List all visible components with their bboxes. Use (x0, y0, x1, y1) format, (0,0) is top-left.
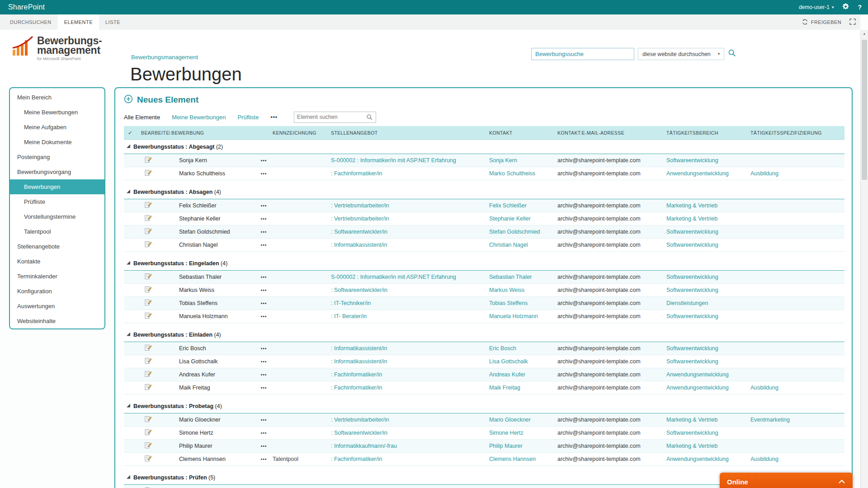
stellenangebot-link[interactable]: : Softwareentwickler/in (331, 287, 387, 293)
sidebar-item-websiteinhalte[interactable]: Websiteinhalte (10, 314, 104, 328)
sidebar-item-bewerbungen[interactable]: Bewerbungen (10, 179, 104, 194)
new-item-button[interactable]: Neues Element (124, 92, 198, 108)
table-row[interactable]: Christian Nagel•••: Informatikassistent/… (124, 239, 844, 252)
kontakt-link[interactable]: Markus Weiss (489, 287, 524, 293)
table-row[interactable]: Tobias Steffens•••: IT-Techniker/inTobia… (124, 297, 844, 310)
stellenangebot-link[interactable]: : Informatikassistent/in (331, 358, 387, 365)
group-header-eingeladen[interactable]: Bewerbungsstatus : Eingeladen (4) (124, 256, 844, 271)
sharepoint-brand[interactable]: SharePoint (8, 3, 45, 11)
kontakt-link[interactable]: Maik Freitag (489, 385, 520, 391)
stellenangebot-link[interactable]: : Informatikassistent/in (331, 242, 387, 248)
stellenangebot-link[interactable]: : Softwareentwickler/in (331, 229, 387, 235)
kontakt-link[interactable]: Stefan Goldschmied (489, 229, 540, 235)
kontakt-link[interactable]: Manuela Holzmann (489, 313, 538, 319)
help-button[interactable]: ? (858, 4, 862, 11)
table-row[interactable]: Andreas Kufer•••: Fachinformatiker/inAnd… (124, 368, 844, 381)
stellenangebot-link[interactable]: : Fachinformatiker/in (331, 385, 382, 391)
item-menu-ellipsis[interactable]: ••• (255, 385, 271, 390)
taetigkeitsbereich-link[interactable]: Softwareentwicklung (666, 313, 718, 319)
taetigkeitsbereich-link[interactable]: Softwareentwicklung (666, 430, 718, 436)
sidebar-item-auswertungen[interactable]: Auswertungen (10, 299, 104, 314)
table-row[interactable]: Lisa Gottschalk•••: Informatikassistent/… (124, 355, 844, 368)
edit-item-icon[interactable] (145, 241, 151, 248)
stellenangebot-link[interactable]: : Fachinformatiker/in (331, 170, 382, 177)
item-menu-ellipsis[interactable]: ••• (255, 203, 271, 208)
stellenangebot-link[interactable]: : Vertriebsmitarbeiter/in (331, 417, 389, 423)
table-row[interactable]: Manuela Holzmann•••: IT- Berater/inManue… (124, 310, 844, 323)
table-row[interactable]: Sebastian Thaler•••S-000002 : Informatik… (124, 271, 844, 284)
item-menu-ellipsis[interactable]: ••• (255, 431, 271, 436)
edit-item-icon[interactable] (145, 455, 151, 462)
taetigkeitsbereich-link[interactable]: Softwareentwicklung (666, 287, 718, 293)
edit-item-icon[interactable] (145, 169, 151, 176)
kontakt-link[interactable]: Stephanie Keller (489, 216, 531, 222)
scroll-thumb[interactable] (862, 40, 867, 180)
sidebar-item-konfiguration[interactable]: Konfiguration (10, 284, 104, 299)
column-header-kontakt-e-mail-adresse[interactable]: KONTAKT:E-MAIL-ADRESSE (556, 130, 665, 136)
settings-button[interactable] (842, 3, 849, 12)
edit-item-icon[interactable] (145, 357, 151, 364)
column-header-stellenangebot[interactable]: STELLENANGEBOT (330, 130, 488, 136)
taetigkeitsbereich-link[interactable]: Marketing & Vertrieb (666, 417, 717, 423)
taetigkeitsbereich-link[interactable]: Dienstleistungen (666, 300, 708, 306)
kontakt-link[interactable]: Simone Hertz (489, 430, 524, 436)
item-menu-ellipsis[interactable]: ••• (255, 301, 271, 306)
column-header-kontakt[interactable]: KONTAKT (488, 130, 556, 136)
group-header-absagen[interactable]: Bewerbungsstatus : Absagen (4) (124, 185, 844, 199)
breadcrumb-link[interactable]: Bewerbungsmanagement (131, 54, 198, 61)
taetigkeitsbereich-link[interactable]: Softwareentwicklung (666, 229, 718, 235)
chat-widget[interactable]: Online (720, 473, 853, 488)
table-row[interactable]: Maik Freitag•••: Fachinformatiker/inMaik… (124, 381, 844, 394)
taetigkeitsbereich-link[interactable]: Marketing & Vertrieb (666, 443, 717, 449)
kontakt-link[interactable]: Tobias Steffens (489, 300, 528, 306)
kontakt-link[interactable]: Felix Schleißer (489, 202, 527, 209)
item-menu-ellipsis[interactable]: ••• (255, 230, 271, 235)
taetigkeitsbereich-link[interactable]: Anwendungsentwicklung (666, 371, 729, 378)
group-header-probetag[interactable]: Bewerbungsstatus : Probetag (4) (124, 399, 844, 413)
kontakt-link[interactable]: Lisa Gottschalk (489, 358, 528, 365)
column-header-bewerbung[interactable]: BEWERBUNG (170, 130, 255, 136)
edit-item-icon[interactable] (145, 286, 151, 293)
item-menu-ellipsis[interactable]: ••• (255, 288, 271, 293)
taetigkeitsbereich-link[interactable]: Softwareentwicklung (666, 157, 718, 164)
table-row[interactable]: Felix Schleißer•••: Vertriebsmitarbeiter… (124, 199, 844, 212)
item-menu-ellipsis[interactable]: ••• (255, 275, 271, 280)
group-header-einladen[interactable]: Bewerbungsstatus : Einladen (4) (124, 328, 844, 342)
views-more-button[interactable]: ••• (270, 114, 278, 120)
kontakt-link[interactable]: Sonja Kern (489, 157, 517, 164)
table-row[interactable]: Markus Weiss•••: Softwareentwickler/inMa… (124, 284, 844, 297)
taetigkeitsspezifizierung-link[interactable]: Eventmarketing (750, 417, 790, 423)
item-menu-ellipsis[interactable]: ••• (255, 346, 271, 351)
column-header-tätigkeitsspezifizierung[interactable]: TÄTIGKEITSSPEZIFIZIERUNG (749, 130, 844, 136)
sidebar-item-terminkalender[interactable]: Terminkalender (10, 269, 104, 284)
stellenangebot-link[interactable]: : Vertriebsmitarbeiter/in (331, 216, 389, 222)
edit-item-icon[interactable] (145, 429, 151, 436)
column-header-bearbeiten[interactable]: BEARBEITEN (140, 130, 170, 136)
table-row[interactable]: Stephanie Keller•••: Vertriebsmitarbeite… (124, 212, 844, 225)
item-menu-ellipsis[interactable]: ••• (255, 171, 271, 176)
taetigkeitsbereich-link[interactable]: Marketing & Vertrieb (666, 216, 717, 222)
tab-elemente[interactable]: ELEMENTE (58, 14, 99, 30)
taetigkeitsbereich-link[interactable]: Anwendungsentwicklung (666, 170, 729, 177)
kontakt-link[interactable]: Mario Gloeckner (489, 417, 531, 423)
taetigkeitsbereich-link[interactable]: Softwareentwicklung (666, 358, 718, 365)
taetigkeitsbereich-link[interactable]: Marketing & Vertrieb (666, 202, 717, 209)
stellenangebot-link[interactable]: S-000002 : Informatiker/in mit ASP.NET E… (331, 157, 456, 164)
search-scope-dropdown[interactable]: diese website durchsuchen ▾ (638, 48, 724, 60)
item-menu-ellipsis[interactable]: ••• (255, 243, 271, 248)
table-row[interactable]: Stefan Goldschmied•••: Softwareentwickle… (124, 225, 844, 239)
edit-item-icon[interactable] (145, 228, 151, 235)
kontakt-link[interactable]: Sebastian Thaler (489, 274, 532, 280)
scroll-up-button[interactable]: ▲ (861, 30, 868, 38)
sidebar-item-meine-bewerbungen[interactable]: Meine Bewerbungen (10, 105, 104, 120)
edit-item-icon[interactable] (145, 273, 151, 280)
sidebar-item-posteingang[interactable]: Posteingang (10, 150, 104, 164)
item-menu-ellipsis[interactable]: ••• (255, 216, 271, 221)
stellenangebot-link[interactable]: : IT-Techniker/in (331, 300, 371, 306)
edit-item-icon[interactable] (145, 416, 151, 422)
edit-item-icon[interactable] (145, 371, 151, 377)
sidebar-item-stellenangebote[interactable]: Stellenangebote (10, 239, 104, 254)
sidebar-item-mein-bereich[interactable]: Mein Bereich (10, 90, 104, 105)
item-menu-ellipsis[interactable]: ••• (255, 372, 271, 377)
kontakt-link[interactable]: Marko Schultheiss (489, 170, 535, 177)
